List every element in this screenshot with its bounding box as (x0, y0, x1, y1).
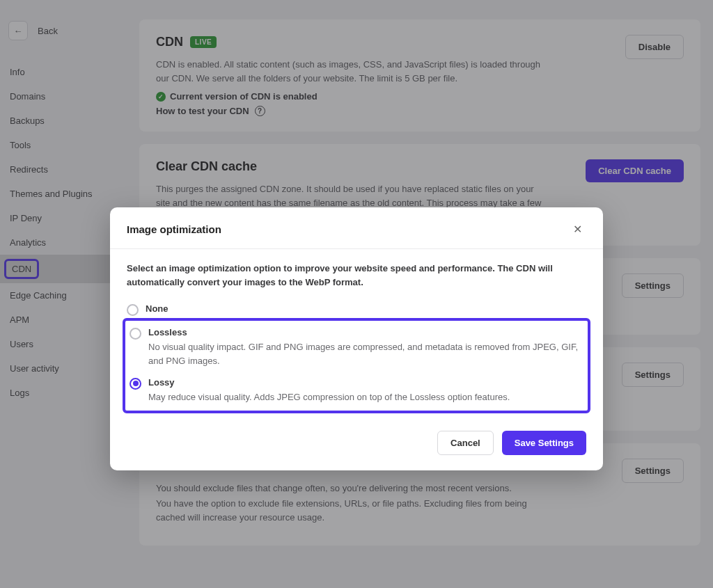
radio-desc-lossy: May reduce visual quality. Adds JPEG com… (148, 390, 583, 404)
modal-overlay: Image optimization ✕ Select an image opt… (0, 0, 713, 588)
radio-option-lossy[interactable]: Lossy May reduce visual quality. Adds JP… (130, 373, 583, 408)
radio-label-lossless: Lossless (148, 327, 583, 337)
radio-desc-lossless: No visual quality impact. GIF and PNG im… (148, 340, 583, 368)
cancel-button[interactable]: Cancel (437, 431, 494, 455)
modal-intro: Select an image optimization option to i… (127, 262, 586, 289)
radio-option-none[interactable]: None (127, 299, 586, 320)
close-button[interactable]: ✕ (569, 221, 586, 237)
radio-label-lossy: Lossy (148, 377, 583, 388)
radio-icon (130, 328, 141, 340)
radio-icon (130, 378, 141, 390)
close-icon: ✕ (573, 223, 582, 235)
image-optimization-modal: Image optimization ✕ Select an image opt… (110, 207, 603, 470)
save-settings-button[interactable]: Save Settings (502, 431, 586, 455)
modal-title: Image optimization (127, 223, 221, 235)
radio-icon (127, 304, 139, 316)
highlighted-options: Lossless No visual quality impact. GIF a… (123, 318, 590, 413)
radio-label-none: None (146, 303, 586, 314)
radio-option-lossless[interactable]: Lossless No visual quality impact. GIF a… (130, 323, 583, 372)
